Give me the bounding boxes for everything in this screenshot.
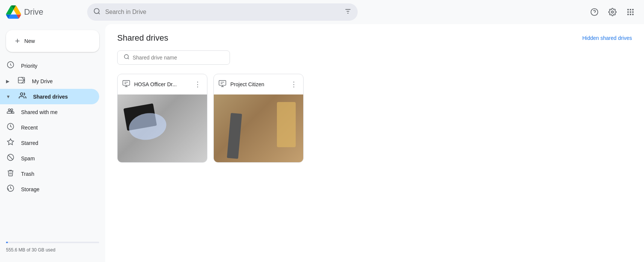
storage-text: 555.6 MB of 30 GB used xyxy=(6,247,55,253)
recent-icon xyxy=(6,123,15,132)
drives-grid: HOSA Officer Dr... ⋮ xyxy=(117,74,632,163)
search-filter-icon[interactable] xyxy=(344,8,352,17)
search-drive-icon xyxy=(124,54,130,61)
sidebar-item-spam[interactable]: Spam xyxy=(0,151,99,166)
content-area: Shared drives Hidden shared drives xyxy=(105,24,644,262)
settings-button[interactable] xyxy=(605,5,620,20)
drive-card-header-project-citizen: Project Citizen ⋮ xyxy=(214,74,303,94)
shared-drive-icon xyxy=(122,79,130,90)
svg-line-1 xyxy=(98,12,100,14)
sidebar-item-shared-with-me[interactable]: Shared with me xyxy=(0,104,99,120)
drive-more-button-project-citizen[interactable]: ⋮ xyxy=(289,79,299,90)
trash-icon xyxy=(6,169,15,178)
search-input[interactable] xyxy=(105,9,340,15)
shared-drives-icon xyxy=(18,92,27,101)
drive-more-button-hosa[interactable]: ⋮ xyxy=(193,79,203,90)
new-button-label: New xyxy=(24,38,35,44)
expand-arrow-my-drive: ▶ xyxy=(6,79,9,84)
sidebar-item-label: Shared drives xyxy=(33,94,68,100)
sidebar-item-shared-drives[interactable]: ▼ Shared drives xyxy=(0,89,99,104)
sidebar-item-label: Recent xyxy=(21,125,38,131)
search-icon xyxy=(93,8,101,17)
svg-point-25 xyxy=(124,55,128,59)
svg-rect-28 xyxy=(219,80,226,85)
sidebar-item-label: Trash xyxy=(21,171,34,177)
sidebar-item-label: My Drive xyxy=(32,78,53,84)
svg-marker-22 xyxy=(8,139,14,145)
svg-point-9 xyxy=(611,11,614,13)
sidebar-item-label: Priority xyxy=(21,63,38,69)
header-actions xyxy=(587,5,638,20)
search-drive-input[interactable] xyxy=(117,50,230,65)
new-button[interactable]: + New xyxy=(6,30,99,52)
my-drive-icon xyxy=(17,76,26,86)
svg-rect-13 xyxy=(627,11,629,13)
sidebar-item-label: Shared with me xyxy=(21,109,57,115)
drive-card-name-project-citizen: Project Citizen xyxy=(230,81,264,87)
search-bar[interactable] xyxy=(87,3,358,21)
starred-icon xyxy=(6,138,15,148)
apps-button[interactable] xyxy=(623,5,638,20)
sidebar-item-my-drive[interactable]: ▶ My Drive xyxy=(0,73,99,89)
main-layout: + New Priority ▶ My Drive xyxy=(0,24,644,262)
header: Drive xyxy=(0,0,644,24)
help-button[interactable] xyxy=(587,5,602,20)
storage-bar-fill xyxy=(6,242,8,243)
sidebar-item-starred[interactable]: Starred xyxy=(0,135,99,151)
spam-icon xyxy=(6,154,15,163)
sidebar-item-recent[interactable]: Recent xyxy=(0,120,99,135)
plus-icon: + xyxy=(15,36,20,46)
sidebar-item-trash[interactable]: Trash xyxy=(0,166,99,181)
page-title: Shared drives xyxy=(117,33,168,43)
svg-rect-18 xyxy=(632,14,634,15)
sidebar-item-label: Starred xyxy=(21,140,38,146)
drive-card-header-hosa: HOSA Officer Dr... ⋮ xyxy=(118,74,207,94)
svg-rect-27 xyxy=(123,80,130,85)
svg-rect-16 xyxy=(627,14,629,15)
svg-rect-12 xyxy=(632,9,634,11)
sidebar-item-storage[interactable]: Storage xyxy=(0,181,99,197)
svg-point-0 xyxy=(94,8,99,13)
svg-rect-14 xyxy=(630,11,631,13)
drive-thumbnail-hosa xyxy=(118,94,207,162)
sidebar-item-label: Storage xyxy=(21,186,39,192)
expand-arrow-shared-drives: ▼ xyxy=(6,94,11,99)
drive-card-project-citizen[interactable]: Project Citizen ⋮ xyxy=(213,74,304,163)
shared-with-me-icon xyxy=(6,107,15,117)
shared-drive-search-input[interactable] xyxy=(133,55,224,61)
hidden-drives-link[interactable]: Hidden shared drives xyxy=(582,35,632,41)
storage-section: 555.6 MB of 30 GB used xyxy=(6,242,99,253)
drive-card-name-hosa: HOSA Officer Dr... xyxy=(134,81,177,87)
drive-thumbnail-project-citizen xyxy=(214,94,303,162)
svg-line-24 xyxy=(8,155,13,160)
shared-drive-icon-project xyxy=(218,79,227,90)
priority-icon xyxy=(6,61,15,70)
svg-rect-11 xyxy=(630,9,631,11)
svg-rect-17 xyxy=(630,14,631,15)
svg-rect-10 xyxy=(627,9,629,11)
drive-logo-icon xyxy=(6,5,21,20)
drive-card-hosa[interactable]: HOSA Officer Dr... ⋮ xyxy=(117,74,207,163)
drive-card-title-area: HOSA Officer Dr... xyxy=(122,79,177,90)
sidebar-item-label: Spam xyxy=(21,155,35,161)
drive-card-title-area-project: Project Citizen xyxy=(218,79,264,90)
app-title: Drive xyxy=(24,7,43,17)
svg-rect-15 xyxy=(632,11,634,13)
storage-icon xyxy=(6,184,15,194)
sidebar-item-priority[interactable]: Priority xyxy=(0,58,99,73)
svg-line-26 xyxy=(128,58,129,59)
content-header: Shared drives Hidden shared drives xyxy=(117,33,632,43)
storage-bar-bg xyxy=(6,242,99,243)
sidebar: + New Priority ▶ My Drive xyxy=(0,24,105,262)
svg-point-20 xyxy=(20,93,23,96)
logo-area: Drive xyxy=(6,5,81,20)
